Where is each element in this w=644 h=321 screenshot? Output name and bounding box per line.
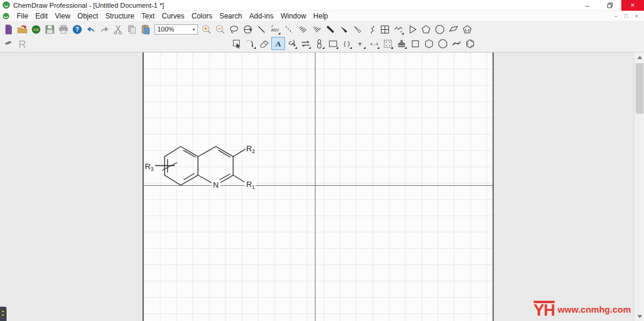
cyclobutane-ring-icon[interactable] (408, 37, 422, 50)
svg-text:A→A: A→A (370, 42, 379, 46)
benzene-ring-icon[interactable] (463, 37, 477, 50)
menu-text[interactable]: Text (138, 12, 158, 20)
menu-window[interactable]: Window (277, 12, 310, 20)
scroll-down-button[interactable] (634, 311, 644, 321)
zoom-out-icon[interactable] (213, 23, 227, 36)
svg-text:CD: CD (33, 27, 39, 31)
zoom-in-icon[interactable] (200, 23, 213, 36)
copy-icon[interactable] (125, 23, 139, 36)
r-group-icon[interactable]: R (16, 37, 29, 50)
repeat-unit-icon[interactable]: n (392, 23, 405, 36)
cyclopropane-ring-icon[interactable] (405, 23, 419, 36)
paste-icon[interactable] (139, 23, 153, 36)
lasso-select-icon[interactable] (227, 23, 241, 36)
wedge-bond-icon[interactable] (337, 23, 351, 36)
drawing-box-icon[interactable] (326, 37, 340, 50)
svg-text:ANY: ANY (271, 28, 279, 32)
zoom-level-value: 100% (157, 26, 174, 33)
marquee-select-icon[interactable] (230, 37, 244, 50)
open-folder-icon[interactable] (16, 23, 29, 36)
wavy-bond-icon[interactable] (364, 23, 378, 36)
nitrogen-atom-label: N (213, 180, 218, 189)
variable-ring-icon[interactable] (447, 23, 460, 36)
bold-bond-icon[interactable] (323, 23, 337, 36)
svg-text:( ): ( ) (344, 40, 350, 47)
structure-bonds (155, 147, 246, 185)
rotate-tool-icon[interactable] (241, 23, 255, 36)
menu-colors[interactable]: Colors (188, 12, 216, 20)
mdi-restore-button[interactable]: □ (624, 11, 627, 21)
arrow-down-icon (637, 315, 642, 318)
structure-labels: N R2 R1 R3 (145, 144, 255, 190)
ink-tool-icon[interactable] (2, 37, 16, 50)
watermark-url: www.cnmhg.com (558, 304, 631, 314)
cyclopentadiene-ring-icon[interactable] (460, 23, 474, 36)
watermark: YH www.cnmhg.com (534, 301, 631, 317)
pen-tool-icon[interactable] (285, 37, 299, 50)
dashed-bond-icon[interactable] (282, 23, 296, 36)
zoom-level-dropdown[interactable]: 100% ▾ (154, 24, 198, 35)
menu-structure[interactable]: Structure (102, 12, 138, 20)
text-tool-icon[interactable]: A (271, 37, 285, 50)
menu-curves[interactable]: Curves (158, 12, 188, 20)
r3-label: R3 (145, 162, 153, 172)
table-icon[interactable] (378, 23, 392, 36)
stamp-tool-icon[interactable] (395, 37, 408, 50)
help-icon[interactable]: ? (70, 23, 84, 36)
undo-icon[interactable] (84, 23, 98, 36)
window-title: ChemDraw Professional - [Untitled Docume… (13, 2, 164, 9)
mdi-window-controls: – □ × (614, 11, 644, 21)
save-icon[interactable] (43, 23, 57, 36)
menu-addins[interactable]: Add-ins (246, 12, 277, 20)
eraser-icon[interactable] (258, 37, 271, 50)
toolbar-row-1: CD? 100% ▾ ANYn (0, 22, 644, 36)
menu-view[interactable]: View (51, 12, 74, 20)
chemdraw-cloud-icon[interactable]: CD (29, 23, 43, 36)
vertical-scrollbar[interactable] (634, 52, 644, 321)
menu-object[interactable]: Object (74, 12, 102, 20)
restore-button[interactable] (599, 0, 621, 11)
drawing-canvas[interactable]: N R2 R1 R3 YH www.cnmhg.com (0, 52, 644, 321)
scrollbar-thumb[interactable] (636, 63, 643, 114)
cut-icon[interactable] (112, 23, 125, 36)
cyclopentane-ring-icon[interactable] (419, 23, 433, 36)
svg-text:n: n (400, 30, 402, 33)
menu-edit[interactable]: Edit (32, 12, 51, 20)
hashed-wedge-bond-icon[interactable] (309, 23, 323, 36)
curve-tool-icon[interactable] (244, 37, 258, 50)
arrow-tool-icon[interactable] (299, 37, 312, 50)
plus-tool-icon[interactable]: + (354, 37, 367, 50)
close-button[interactable]: × (621, 0, 644, 11)
brackets-tool-icon[interactable]: ( ) (340, 37, 354, 50)
cyclooctane-ring-2-icon[interactable] (436, 37, 450, 50)
solid-bond-icon[interactable] (255, 23, 268, 36)
menu-file[interactable]: File (13, 12, 32, 20)
chemical-structure[interactable]: N R2 R1 R3 (0, 52, 644, 321)
atom-map-tool-icon[interactable]: A→A (367, 37, 381, 50)
cyclooctane-ring-icon[interactable] (433, 23, 447, 36)
menu-bar: FileEditViewObjectStructureTextCurvesCol… (0, 11, 644, 21)
svg-text:R: R (18, 38, 26, 49)
taskbar-fragment (0, 307, 7, 321)
toolbar-row-2: R A( )+A→A (0, 36, 644, 51)
redo-icon[interactable] (98, 23, 112, 36)
template-table-icon[interactable] (381, 37, 395, 50)
any-bond-icon[interactable]: ANY (268, 23, 282, 36)
minimize-button[interactable]: – (576, 0, 599, 11)
r2-label: R2 (246, 144, 255, 154)
hollow-wedge-bond-icon[interactable] (351, 23, 364, 36)
print-icon[interactable] (57, 23, 70, 36)
mdi-minimize-button[interactable]: – (614, 11, 617, 21)
orbital-tool-icon[interactable] (312, 37, 326, 50)
svg-text:A: A (275, 39, 281, 48)
chemdraw-app-icon (2, 1, 10, 9)
menu-search[interactable]: Search (216, 12, 246, 20)
mdi-close-button[interactable]: × (635, 11, 638, 21)
scroll-up-button[interactable] (634, 52, 644, 62)
hashed-bond-icon[interactable] (296, 23, 309, 36)
toolbar-area: CD? 100% ▾ ANYn R A( )+A→A (0, 21, 644, 52)
menu-help[interactable]: Help (309, 12, 332, 20)
new-document-icon[interactable] (2, 23, 16, 36)
cyclohexane-ring-icon[interactable] (422, 37, 436, 50)
chair-ring-icon[interactable] (450, 37, 463, 50)
